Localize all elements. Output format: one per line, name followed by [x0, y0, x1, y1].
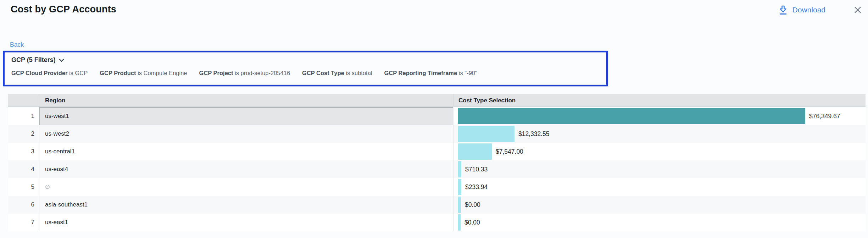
- cost-bar: [458, 214, 461, 231]
- filter-list: GCP Cloud Provider is GCPGCP Product is …: [11, 70, 606, 76]
- table-body: 1us-west1$76,349.672us-west2$12,332.553u…: [8, 107, 866, 231]
- table-row[interactable]: 7us-east1$0.00: [8, 214, 866, 231]
- filter-item: GCP Cost Type is subtotal: [302, 70, 372, 76]
- chevron-down-icon: [59, 58, 64, 62]
- cost-cell: $76,349.67: [453, 107, 866, 125]
- filter-panel: GCP (5 Filters) GCP Cloud Provider is GC…: [3, 51, 608, 86]
- row-number: 4: [8, 160, 39, 178]
- table-row[interactable]: 2us-west2$12,332.55: [8, 125, 866, 143]
- cost-cell: $12,332.55: [453, 125, 866, 143]
- row-number: 6: [8, 196, 39, 214]
- cost-value: $710.33: [465, 166, 488, 173]
- top-actions: Download: [779, 5, 862, 15]
- region-cell[interactable]: us-west1: [39, 107, 453, 125]
- row-number: 1: [8, 107, 39, 125]
- row-number-header: [8, 94, 39, 107]
- cost-cell: $0.00: [453, 214, 866, 231]
- page-title: Cost by GCP Accounts: [11, 4, 116, 15]
- region-column-header: Region: [39, 94, 453, 107]
- cost-value: $0.00: [464, 219, 480, 226]
- table-row[interactable]: 5∅$233.94: [8, 178, 866, 196]
- cost-cell: $233.94: [453, 178, 866, 196]
- filter-name: GCP Cost Type: [302, 70, 344, 76]
- cost-bar: [458, 179, 461, 195]
- cost-value: $7,547.00: [496, 148, 523, 155]
- filter-item: GCP Cloud Provider is GCP: [11, 70, 88, 76]
- cost-report-panel: Cost by GCP Accounts Download Back GCP (…: [0, 0, 868, 238]
- row-number: 7: [8, 214, 39, 231]
- cost-bar: [458, 108, 805, 124]
- cost-bar: [458, 197, 461, 213]
- table-row[interactable]: 3us-central1$7,547.00: [8, 143, 866, 160]
- region-cell[interactable]: ∅: [39, 178, 453, 196]
- cost-cell: $0.00: [453, 196, 866, 214]
- cost-bar: [458, 143, 492, 160]
- filter-name: GCP Product: [100, 70, 136, 76]
- close-button[interactable]: [853, 5, 862, 15]
- cost-value: $0.00: [465, 201, 480, 209]
- filter-item: GCP Project is prod-setup-205416: [199, 70, 290, 76]
- filter-name: GCP Cloud Provider: [11, 70, 67, 76]
- cost-cell: $7,547.00: [453, 143, 866, 160]
- table-header-row: Region Cost Type Selection: [8, 94, 866, 107]
- cost-value: $12,332.55: [518, 130, 550, 138]
- back-link[interactable]: Back: [10, 41, 24, 49]
- download-label: Download: [792, 6, 825, 14]
- table-row[interactable]: 4us-east4$710.33: [8, 160, 866, 178]
- download-icon: [779, 5, 788, 15]
- cost-column-header: Cost Type Selection: [453, 94, 866, 107]
- download-button[interactable]: Download: [779, 5, 825, 15]
- filter-summary-toggle[interactable]: GCP (5 Filters): [11, 56, 64, 64]
- row-number: 2: [8, 125, 39, 143]
- filter-item: GCP Product is Compute Engine: [100, 70, 187, 76]
- filter-name: GCP Reporting Timeframe: [384, 70, 457, 76]
- region-cell[interactable]: us-west2: [39, 125, 453, 143]
- filter-summary-label: GCP (5 Filters): [11, 56, 56, 64]
- row-number: 5: [8, 178, 39, 196]
- cost-value: $76,349.67: [809, 113, 840, 120]
- cost-table: Region Cost Type Selection 1us-west1$76,…: [8, 94, 866, 231]
- region-cell[interactable]: us-east4: [39, 160, 453, 178]
- table-row[interactable]: 6asia-southeast1$0.00: [8, 196, 866, 214]
- filter-name: GCP Project: [199, 70, 233, 76]
- filter-item: GCP Reporting Timeframe is "-90": [384, 70, 477, 76]
- region-cell[interactable]: us-east1: [39, 214, 453, 231]
- cost-cell: $710.33: [453, 160, 866, 178]
- region-cell[interactable]: asia-southeast1: [39, 196, 453, 214]
- cost-value: $233.94: [465, 183, 488, 191]
- row-number: 3: [8, 143, 39, 160]
- cost-bar: [458, 126, 514, 142]
- table-row[interactable]: 1us-west1$76,349.67: [8, 107, 866, 125]
- close-icon: [854, 6, 861, 13]
- region-cell[interactable]: us-central1: [39, 143, 453, 160]
- cost-bar: [458, 161, 461, 177]
